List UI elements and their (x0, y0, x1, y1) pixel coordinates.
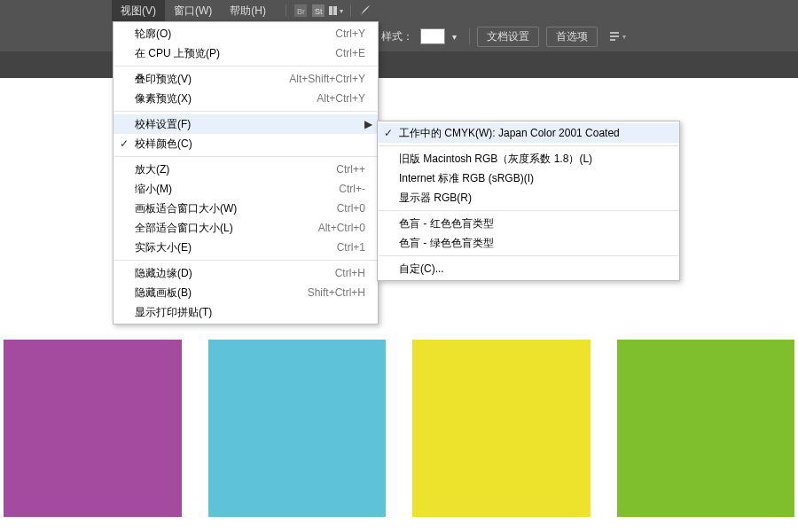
svg-rect-4 (329, 6, 332, 15)
submenu-item-label: 自定(C)... (399, 262, 672, 277)
st-icon[interactable]: St (311, 4, 325, 18)
toolbar-separator (469, 28, 470, 44)
menu-item-label: 在 CPU 上预览(P) (135, 46, 335, 61)
menu-item-shortcut: Alt+Ctrl+Y (317, 92, 371, 105)
swatch-purple (4, 340, 182, 517)
submenu-item[interactable]: 色盲 - 红色色盲类型 (378, 214, 679, 233)
menu-item-shortcut: Ctrl++ (336, 163, 371, 176)
swatch-yellow (412, 340, 591, 517)
menu-item-label: 校样颜色(C) (135, 137, 371, 152)
menu-item[interactable]: 显示打印拼贴(T) (113, 302, 378, 322)
submenu-item-label: 色盲 - 绿色色盲类型 (399, 236, 672, 251)
menu-item[interactable]: 缩小(M)Ctrl+- (113, 179, 378, 199)
menu-item[interactable]: 像素预览(X)Alt+Ctrl+Y (113, 89, 378, 108)
menu-window[interactable]: 窗口(W) (165, 0, 221, 21)
rocket-icon[interactable] (358, 4, 372, 18)
submenu-item-label: 显示器 RGB(R) (399, 191, 672, 206)
menu-item-label: 显示打印拼贴(T) (135, 305, 371, 320)
align-panel-icon[interactable]: ▾ (608, 30, 626, 43)
check-icon: ✓ (378, 127, 399, 139)
menubar-separator (350, 4, 351, 17)
menu-item-shortcut: Ctrl+- (339, 183, 371, 195)
menu-item[interactable]: 隐藏画板(B)Shift+Ctrl+H (113, 283, 378, 302)
menu-item-label: 轮廓(O) (135, 27, 335, 42)
menu-separator (379, 145, 678, 146)
menu-item-label: 放大(Z) (135, 162, 336, 177)
submenu-arrow-icon: ▶ (364, 118, 372, 130)
menu-item-shortcut: Ctrl+0 (337, 202, 371, 215)
menu-item[interactable]: 放大(Z)Ctrl++ (113, 160, 378, 179)
svg-rect-8 (610, 35, 619, 37)
arrange-icon[interactable]: ▾ (329, 4, 343, 18)
menubar: 视图(V) 窗口(W) 帮助(H) Br St ▾ (0, 0, 798, 21)
chevron-down-icon[interactable]: ▾ (452, 32, 462, 42)
menu-item-shortcut: Ctrl+1 (337, 241, 371, 254)
menu-item[interactable]: 全部适合窗口大小(L)Alt+Ctrl+0 (113, 218, 378, 238)
svg-text:St: St (315, 7, 323, 16)
menu-view[interactable]: 视图(V) (112, 0, 165, 21)
br-icon[interactable]: Br (293, 4, 308, 18)
svg-rect-5 (333, 6, 337, 15)
submenu-item[interactable]: 旧版 Macintosh RGB（灰度系数 1.8）(L) (378, 149, 679, 168)
swatch-green (617, 340, 795, 517)
submenu-item-label: 色盲 - 红色色盲类型 (399, 216, 672, 231)
style-label: 样式： (381, 29, 413, 44)
menu-item-label: 校样设置(F) (135, 117, 371, 132)
menu-item-label: 叠印预览(V) (135, 72, 289, 87)
submenu-item[interactable]: 自定(C)... (378, 259, 679, 278)
submenu-item[interactable]: ✓工作中的 CMYK(W): Japan Color 2001 Coated (378, 123, 679, 143)
submenu-item[interactable]: 色盲 - 绿色色盲类型 (378, 233, 679, 253)
submenu-item[interactable]: Internet 标准 RGB (sRGB)(I) (378, 168, 679, 188)
menu-separator (114, 66, 377, 66)
proof-setup-submenu: ✓工作中的 CMYK(W): Japan Color 2001 Coated旧版… (377, 121, 680, 281)
menu-item-label: 实际大小(E) (135, 240, 337, 255)
menu-item[interactable]: 实际大小(E)Ctrl+1 (113, 238, 378, 257)
menu-item-shortcut: Shift+Ctrl+H (308, 286, 371, 299)
menu-item-label: 隐藏画板(B) (135, 286, 308, 301)
view-menu-dropdown: 轮廓(O)Ctrl+Y在 CPU 上预览(P)Ctrl+E叠印预览(V)Alt+… (113, 21, 379, 325)
menu-item-shortcut: Ctrl+H (335, 267, 371, 279)
submenu-item[interactable]: 显示器 RGB(R) (378, 188, 679, 207)
menu-item-shortcut: Ctrl+Y (335, 27, 371, 40)
swatch-cyan (208, 340, 387, 517)
menu-item[interactable]: ✓校样颜色(C) (113, 134, 378, 153)
menu-item[interactable]: 叠印预览(V)Alt+Shift+Ctrl+Y (113, 69, 378, 89)
svg-rect-9 (610, 39, 615, 41)
menu-item-shortcut: Alt+Shift+Ctrl+Y (289, 73, 371, 85)
menu-item-label: 画板适合窗口大小(W) (135, 201, 337, 216)
menu-separator (114, 111, 377, 112)
check-icon: ✓ (113, 137, 135, 150)
style-swatch[interactable] (420, 28, 445, 44)
menu-item[interactable]: 画板适合窗口大小(W)Ctrl+0 (113, 199, 378, 218)
menu-separator (379, 255, 678, 256)
menu-item-shortcut: Alt+Ctrl+0 (318, 222, 371, 234)
menu-help[interactable]: 帮助(H) (221, 0, 275, 21)
menu-item[interactable]: 校样设置(F)▶ (113, 114, 378, 134)
submenu-item-label: Internet 标准 RGB (sRGB)(I) (399, 171, 672, 186)
submenu-item-label: 工作中的 CMYK(W): Japan Color 2001 Coated (399, 126, 672, 141)
menu-separator (114, 260, 377, 261)
prefs-button[interactable]: 首选项 (546, 27, 598, 47)
menu-item-label: 全部适合窗口大小(L) (135, 221, 318, 236)
menu-item-label: 隐藏边缘(D) (135, 266, 335, 281)
menu-separator (379, 210, 678, 211)
svg-rect-7 (610, 32, 619, 34)
menu-item[interactable]: 隐藏边缘(D)Ctrl+H (113, 263, 378, 283)
menu-item-label: 像素预览(X) (135, 91, 317, 106)
menu-item-label: 缩小(M) (135, 182, 339, 197)
menu-item[interactable]: 轮廓(O)Ctrl+Y (113, 24, 378, 43)
menu-item[interactable]: 在 CPU 上预览(P)Ctrl+E (113, 43, 378, 63)
submenu-item-label: 旧版 Macintosh RGB（灰度系数 1.8）(L) (399, 152, 672, 167)
menubar-separator (286, 4, 286, 17)
doc-setup-button[interactable]: 文档设置 (477, 27, 539, 47)
svg-text:Br: Br (297, 7, 305, 16)
menu-separator (114, 156, 377, 157)
menu-item-shortcut: Ctrl+E (335, 47, 371, 59)
color-swatches (0, 340, 798, 517)
